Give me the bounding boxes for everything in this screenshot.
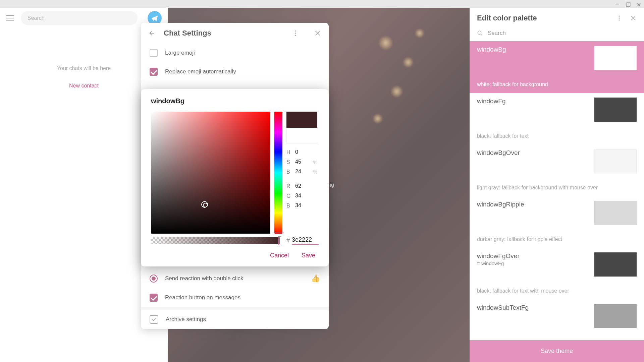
svg-point-5 [295, 33, 296, 34]
archive-label: Archive settings [166, 316, 206, 323]
search-icon [477, 30, 483, 36]
close-icon[interactable] [630, 15, 637, 21]
palette-item-windowFg[interactable]: windowFgblack: fallback for text [470, 93, 644, 144]
hex-input[interactable] [292, 236, 319, 245]
palette-item-windowFgOver[interactable]: windowFgOver= windowFgblack: fallback fo… [470, 248, 644, 299]
palette-item-sub: = windowFg [477, 260, 520, 266]
hamburger-menu-icon[interactable] [6, 15, 14, 21]
alpha-cursor[interactable] [278, 236, 281, 245]
close-icon[interactable] [314, 29, 321, 37]
palette-item-windowBg[interactable]: windowBgwhite: fallback for background [470, 41, 644, 93]
palette-swatch [594, 201, 637, 225]
sb-cursor[interactable] [201, 201, 208, 208]
saturation-brightness-field[interactable] [151, 112, 270, 234]
reaction-button-label: Reaction button on messages [165, 294, 240, 301]
pct-hint: % [313, 160, 317, 165]
s-input[interactable]: 45 [295, 159, 310, 165]
replace-emoji-checkbox[interactable]: Replace emoji automatically [141, 62, 329, 81]
panel-title: Edit color palette [477, 14, 616, 22]
color-picker-modal: windowBg H0 S45% B24% R62 G34 B34 # Canc [141, 89, 329, 266]
large-emoji-label: Large emoji [165, 50, 195, 56]
new-color-swatch [286, 112, 317, 128]
palette-item-name: windowBgOver [477, 149, 520, 157]
pct-hint: % [313, 169, 317, 175]
palette-item-desc: darker gray: fallback for ripple effect [477, 236, 637, 242]
b-input[interactable]: 24 [295, 169, 310, 175]
edit-palette-panel: Edit color palette windowBgwhite: fallba… [470, 8, 644, 362]
palette-item-desc: light gray: fallback for background with… [477, 185, 637, 191]
alpha-slider[interactable] [151, 237, 280, 244]
reaction-emoji-icon: 👍 [311, 274, 320, 283]
palette-swatch [594, 252, 637, 277]
archive-settings-row[interactable]: Archive settings [141, 310, 329, 329]
r-label: R [286, 183, 292, 189]
send-reaction-label: Send reaction with double click [165, 275, 243, 282]
palette-item-windowSubTextFg[interactable]: windowSubTextFggray: fallback for additi… [470, 299, 644, 340]
search-input[interactable]: Search [21, 11, 138, 25]
replace-emoji-label: Replace emoji automatically [165, 68, 236, 75]
large-emoji-checkbox[interactable]: Large emoji [141, 44, 329, 62]
old-color-swatch [286, 128, 317, 144]
palette-item-windowBgRipple[interactable]: windowBgRippledarker gray: fallback for … [470, 196, 644, 248]
palette-search-input[interactable] [488, 30, 637, 37]
s-label: S [286, 159, 292, 165]
back-icon[interactable] [148, 29, 156, 37]
window-maximize-icon[interactable]: ❐ [626, 2, 631, 6]
palette-item-desc: black: fallback for text [477, 133, 637, 139]
hex-label: # [286, 237, 290, 244]
svg-point-6 [295, 35, 296, 36]
save-button[interactable]: Save [302, 252, 315, 259]
g-input[interactable]: 34 [295, 193, 317, 199]
hue-slider[interactable] [274, 112, 282, 234]
svg-point-1 [619, 17, 620, 18]
h-input[interactable]: 0 [295, 149, 317, 156]
palette-item-name: windowFg [477, 98, 506, 105]
palette-list[interactable]: windowBgwhite: fallback for backgroundwi… [470, 41, 644, 340]
palette-item-name: windowFgOver [477, 252, 520, 260]
archive-icon [150, 315, 158, 324]
send-reaction-radio[interactable]: Send reaction with double click 👍 [141, 269, 329, 288]
svg-point-0 [619, 16, 620, 17]
palette-swatch [594, 46, 637, 70]
palette-item-name: windowBg [477, 46, 506, 53]
g-label: G [286, 193, 292, 199]
svg-point-4 [295, 31, 296, 32]
palette-item-desc: black: fallback for text with mouse over [477, 288, 637, 294]
svg-point-2 [619, 19, 620, 20]
window-close-icon[interactable]: ✕ [637, 2, 641, 6]
svg-point-3 [478, 31, 481, 35]
reaction-button-checkbox[interactable]: Reaction button on messages [141, 288, 329, 307]
hue-cursor[interactable] [273, 233, 284, 235]
palette-item-windowBgOver[interactable]: windowBgOverlight gray: fallback for bac… [470, 144, 644, 196]
palette-swatch [594, 304, 637, 328]
window-minimize-icon[interactable]: ─ [615, 2, 620, 6]
b2-input[interactable]: 34 [295, 202, 317, 209]
color-modal-title: windowBg [151, 97, 319, 105]
b2-label: B [286, 203, 292, 209]
settings-title: Chat Settings [164, 29, 284, 38]
cancel-button[interactable]: Cancel [270, 252, 289, 259]
h-label: H [286, 149, 292, 156]
save-theme-button[interactable]: Save theme [470, 340, 644, 362]
palette-item-name: windowSubTextFg [477, 304, 529, 311]
palette-item-name: windowBgRipple [477, 201, 524, 208]
r-input[interactable]: 62 [295, 183, 317, 189]
palette-swatch [594, 149, 637, 173]
palette-swatch [594, 98, 637, 122]
b-label: B [286, 169, 292, 175]
palette-item-desc: white: fallback for background [477, 81, 637, 87]
palette-item-desc: gray: fallback for additional text [477, 340, 637, 340]
more-icon[interactable] [292, 29, 299, 37]
more-icon[interactable] [616, 15, 623, 21]
window-titlebar: ─ ❐ ✕ [0, 0, 644, 8]
